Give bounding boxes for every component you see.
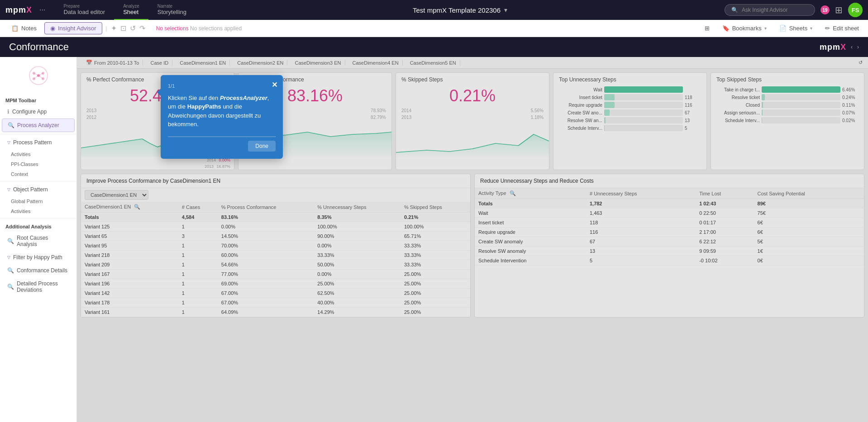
bookmarks-button[interactable]: 🔖 Bookmarks ▾ <box>719 23 770 34</box>
mpm-toolbar-icon-cluster <box>27 64 50 87</box>
svg-line-8 <box>34 76 38 79</box>
additional-analysis-section: Additional Analysis <box>0 220 76 231</box>
sidebar-item-activities-1[interactable]: Activities <box>0 149 76 159</box>
sidebar-item-process-analyzer[interactable]: 🔍 Process Analyzer <box>2 119 75 132</box>
insight-advisor-search[interactable]: 🔍 Ask Insight Advisor <box>725 4 815 16</box>
search-icon: 🔍 <box>8 122 14 128</box>
insight-advisor-button[interactable]: ◉ Insight Advisor <box>44 22 102 34</box>
divider-icon: | <box>106 25 107 32</box>
sidebar-item-filter-happy-path[interactable]: ▽ Filter by Happy Path <box>2 251 75 264</box>
logo-x: X <box>26 5 32 14</box>
page-nav-next-icon[interactable]: › <box>857 44 859 50</box>
user-avatar[interactable]: FS <box>848 3 863 17</box>
sidebar-item-context[interactable]: Context <box>0 169 76 179</box>
magic-icon[interactable]: ✦ <box>111 24 117 33</box>
popup-counter: 1/1 <box>168 82 276 90</box>
mpm-toolbar-section: MPM Toolbar <box>0 94 76 105</box>
page-header: Conformance mpmX ‹ › <box>0 37 868 57</box>
sidebar-item-object-pattern[interactable]: ▽ Object Pattern <box>2 183 75 196</box>
bookmarks-chevron-icon: ▾ <box>764 26 767 31</box>
page-header-logo: mpmX <box>820 43 846 52</box>
logo: mpmX <box>5 5 32 15</box>
apps-grid-icon[interactable]: ⊞ <box>835 5 843 15</box>
content-area: 📅 From 2010-01-13 To Case ID CaseDimensi… <box>77 57 868 422</box>
nav-more-icon[interactable]: ··· <box>39 6 45 14</box>
nav-tab-prepare[interactable]: Prepare Data load editor <box>54 0 114 20</box>
refresh-icon[interactable]: ↺ <box>130 24 136 33</box>
sidebar-icon-area <box>0 57 76 94</box>
sheets-button[interactable]: 📄 Sheets ▾ <box>776 23 816 34</box>
sheets-chevron-icon: ▾ <box>810 26 812 31</box>
info-icon: ℹ <box>7 109 10 115</box>
nav-tab-analyze[interactable]: Analyze Sheet <box>114 0 148 20</box>
main-layout: MPM Toolbar ℹ Configure App 🔍 Process An… <box>0 57 868 422</box>
page-title: Conformance <box>9 41 69 53</box>
popup-arrow <box>157 89 161 96</box>
edit-sheet-button[interactable]: ✏ Edit sheet <box>821 23 863 34</box>
crop-icon[interactable]: ⊡ <box>120 24 126 33</box>
sidebar-item-activities-2[interactable]: Activities <box>0 206 76 216</box>
triangle-icon-2: ▽ <box>7 187 10 192</box>
popup-card: ✕ 1/1 Klicken Sie auf den ProcessAnalyze… <box>161 75 283 159</box>
grid-view-button[interactable]: ⊞ <box>701 23 713 34</box>
popup-overlay: ✕ 1/1 Klicken Sie auf den ProcessAnalyze… <box>77 57 868 422</box>
logo-area: mpmX <box>5 5 32 15</box>
sidebar-item-process-pattern[interactable]: ▽ Process Pattern <box>2 136 75 149</box>
search-icon: 🔍 <box>731 7 738 13</box>
divider-1 <box>0 134 76 134</box>
nav-tab-narrate[interactable]: Narrate Storytelling <box>148 0 196 20</box>
nav-title-chevron-icon[interactable]: ▾ <box>504 6 507 14</box>
sidebar-item-configure-app[interactable]: ℹ Configure App <box>2 105 75 118</box>
popup-done-button[interactable]: Done <box>248 141 276 152</box>
notes-button[interactable]: 📋 Notes <box>5 22 43 34</box>
sidebar-item-global-pattern[interactable]: Global Pattern <box>0 196 76 206</box>
sidebar-item-detailed-process[interactable]: 🔍 Detailed Process Deviations <box>2 277 75 296</box>
forward-icon[interactable]: ↷ <box>139 24 145 33</box>
popup-done-area: Done <box>168 136 276 152</box>
notes-icon: 📋 <box>11 25 19 32</box>
sidebar-item-conformance-details[interactable]: 🔍 Conformance Details <box>2 264 75 277</box>
page-header-right: mpmX ‹ › <box>820 43 859 52</box>
notification-badge[interactable]: 19 <box>820 5 830 14</box>
sidebar-item-root-causes[interactable]: 🔍 Root Causes Analysis <box>2 232 75 251</box>
bookmark-icon: 🔖 <box>722 25 730 32</box>
grid-icon: ⊞ <box>705 25 710 32</box>
no-selections-label: No selections No selections applied <box>156 25 242 32</box>
second-toolbar: 📋 Notes ◉ Insight Advisor | ✦ ⊡ ↺ ↷ No s… <box>0 20 868 37</box>
popup-text: Klicken Sie auf den ProcessAnalyzer, um … <box>168 94 276 129</box>
svg-line-9 <box>38 76 43 79</box>
search-icon-4: 🔍 <box>7 284 14 290</box>
divider-2 <box>0 181 76 181</box>
sheets-icon: 📄 <box>779 25 787 32</box>
sidebar: MPM Toolbar ℹ Configure App 🔍 Process An… <box>0 57 77 422</box>
popup-close-button[interactable]: ✕ <box>272 80 277 90</box>
divider-3 <box>0 218 76 218</box>
edit-icon: ✏ <box>825 25 830 32</box>
nav-title: Test mpmX Template 202306 ▾ <box>196 6 725 14</box>
nav-right-area: 🔍 Ask Insight Advisor 19 ⊞ FS <box>725 3 863 17</box>
insight-advisor-icon: ◉ <box>50 25 55 32</box>
sidebar-item-ppi-classes[interactable]: PPI-Classes <box>0 159 76 169</box>
triangle-icon-3: ▽ <box>7 255 10 260</box>
toolbar-right: ⊞ 🔖 Bookmarks ▾ 📄 Sheets ▾ ✏ Edit sheet <box>701 23 863 34</box>
search-icon-2: 🔍 <box>7 238 14 244</box>
page-nav-prev-icon[interactable]: ‹ <box>851 44 853 50</box>
triangle-icon: ▽ <box>7 140 10 145</box>
search-icon-3: 🔍 <box>7 267 14 274</box>
top-nav: mpmX ··· Prepare Data load editor Analyz… <box>0 0 868 20</box>
